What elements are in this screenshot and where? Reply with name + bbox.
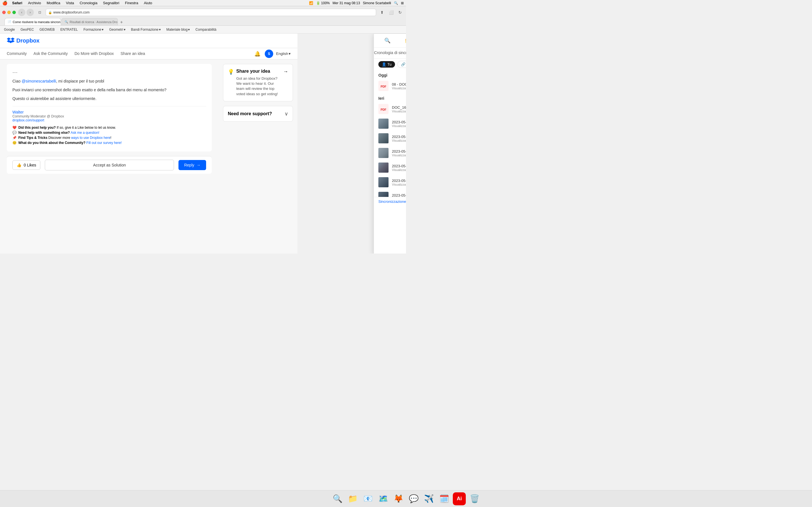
- accept-solution-button[interactable]: Accept as Solution: [45, 160, 174, 170]
- nav-share[interactable]: Share an idea: [120, 49, 145, 59]
- language-arrow: ▾: [289, 52, 291, 56]
- bookmark-bandi[interactable]: Bandi Formazione ▾: [130, 27, 162, 32]
- reload-button[interactable]: ↻: [396, 9, 404, 16]
- dropbox-header: Dropbox: [0, 34, 297, 48]
- panel-folder-button[interactable]: 📁: [403, 36, 406, 45]
- pdf-icon: PDF: [379, 81, 388, 91]
- tab-cronologia[interactable]: Cronologia di sincronizzazione: [374, 48, 406, 58]
- filter-condivisi[interactable]: 🔗 Condivisi: [397, 61, 406, 68]
- mention-link[interactable]: @simonescartabelli: [22, 79, 56, 83]
- minimize-button[interactable]: [7, 11, 11, 14]
- list-item[interactable]: 2023-05-03 13.07.19.jpg Visualizzato 9 o…: [374, 131, 406, 146]
- menubar-edit[interactable]: Modifica: [45, 1, 61, 5]
- browser-chrome: ‹ › ⊡ 🔒 www.dropboxforum.com ⬆ ⬜ ↻ 📄 Com…: [0, 6, 406, 25]
- dropbox-sync-panel: 🔍 📁 🌐 🔔 👤 Cronologia di sincronizzazione…: [373, 34, 406, 253]
- dropbox-logo[interactable]: Dropbox: [7, 38, 40, 44]
- nav-community[interactable]: Community: [7, 49, 27, 59]
- tab-label-2: Risultati di ricerca · Assistenza Dropbo…: [70, 20, 118, 24]
- notification-bell[interactable]: 🔔: [253, 49, 262, 58]
- file-info-4: 2023-05-03 13.07.19.jpg Visualizzato 9 o…: [392, 135, 406, 142]
- chevron-icon: ▾: [124, 27, 125, 32]
- dropbox-icon: [7, 38, 15, 44]
- ask-link[interactable]: Ask me a question!: [70, 131, 100, 135]
- share-button[interactable]: ⬆: [378, 9, 386, 16]
- menubar-history[interactable]: Cronologia: [79, 1, 98, 5]
- svg-marker-0: [7, 38, 11, 40]
- like-button[interactable]: 👍 0 Likes: [12, 160, 40, 170]
- bookmark-google[interactable]: Google: [2, 27, 17, 32]
- lock-icon: 🔒: [48, 11, 52, 14]
- main-content: --- Ciao @simonescartabelli, mi dispiace…: [0, 59, 218, 253]
- list-item[interactable]: 2023-05-03 13.07.04.jpg Visualizzato 9 o…: [374, 146, 406, 160]
- author-link[interactable]: dropbox.com/support: [12, 118, 206, 122]
- file-meta-7: Visualizzato 9 ore fa · Foto: [392, 183, 406, 186]
- menubar-bookmarks[interactable]: Segnalibri: [102, 1, 120, 5]
- list-item[interactable]: PDF DOC_1625989709.pdf Visualizzato 9 or…: [374, 102, 406, 116]
- close-button[interactable]: [2, 11, 6, 14]
- user-avatar[interactable]: S: [265, 50, 273, 58]
- menubar-control-center[interactable]: ⊞: [401, 1, 404, 5]
- apple-menu[interactable]: 🍎: [2, 1, 8, 6]
- bookmark-geometri[interactable]: Geometri ▾: [107, 27, 127, 32]
- tips-link[interactable]: ways to use Dropbox here: [71, 136, 110, 140]
- file-name-2: DOC_1625989709.pdf: [392, 105, 406, 110]
- community-nav: Community Ask the Community Do More with…: [0, 48, 297, 59]
- list-item[interactable]: 2023-05-03 10.37.40.jpg Visualizzato 9 o…: [374, 175, 406, 189]
- author-name[interactable]: Walter: [12, 110, 206, 114]
- reply-label: Reply: [184, 163, 194, 167]
- idea-arrow-icon[interactable]: →: [283, 69, 288, 75]
- back-button[interactable]: ‹: [18, 9, 26, 16]
- tabs-bar: 📄 Come risolvere la mancata sincronizzaz…: [2, 17, 404, 25]
- pdf-file-icon: PDF: [378, 81, 389, 91]
- tab-inactive[interactable]: 🔍 Risultati di ricerca · Assistenza Drop…: [61, 18, 118, 25]
- sync-bar[interactable]: Sincronizzazione di 721 file ▾: [374, 197, 406, 206]
- menubar-app-name[interactable]: Safari: [11, 1, 23, 5]
- main-area: Dropbox Community Ask the Community Do M…: [0, 34, 406, 253]
- chat-icon: 💬: [12, 131, 17, 135]
- tab-active[interactable]: 📄 Come risolvere la mancata sincronizzaz…: [4, 18, 61, 25]
- bookmark-materiale[interactable]: Materiale blog ▾: [165, 27, 192, 32]
- heart-icon: ❤️: [12, 126, 17, 129]
- filter-tu[interactable]: 👤 Tu: [378, 61, 395, 68]
- accept-label: Accept as Solution: [93, 163, 126, 167]
- pdf-icon-2: PDF: [379, 105, 388, 114]
- menubar-help[interactable]: Aiuto: [143, 1, 153, 5]
- bookmark-formazione[interactable]: Formazione ▾: [82, 27, 105, 32]
- post-text-3: Questo ci aiuterebbe ad assistere ulteri…: [12, 96, 206, 102]
- pdf-file-icon-2: PDF: [378, 104, 389, 114]
- nav-do-more[interactable]: Do More with Dropbox: [74, 49, 114, 59]
- panel-search-button[interactable]: 🔍: [383, 36, 392, 45]
- nav-ask[interactable]: Ask the Community: [34, 49, 68, 59]
- bookmark-entratel[interactable]: ENTRATEL: [59, 27, 80, 32]
- file-info-5: 2023-05-03 13.07.04.jpg Visualizzato 9 o…: [392, 149, 406, 157]
- reply-button[interactable]: Reply →: [179, 160, 206, 170]
- list-item[interactable]: 2023-05-03 10.36.47.jpg Visualizzato 9 o…: [374, 189, 406, 197]
- language-dropdown[interactable]: English ▾: [276, 52, 291, 56]
- list-item[interactable]: PDF 08 - DOCUMENTO061543.pdf Visualizzat…: [374, 78, 406, 93]
- tab-view-button[interactable]: ⊡: [36, 9, 43, 16]
- file-name-5: 2023-05-03 13.07.04.jpg: [392, 149, 406, 154]
- forward-button[interactable]: ›: [27, 9, 34, 16]
- new-tab-button[interactable]: +: [118, 19, 124, 25]
- jpg-thumb-6: [378, 192, 389, 197]
- file-meta-5: Visualizzato 9 ore fa · Foto: [392, 154, 406, 157]
- menubar-file[interactable]: Archivio: [27, 1, 42, 5]
- jpg-thumb-5: [378, 177, 389, 187]
- list-item[interactable]: 2023-05-03 10.36.51.jpg Visualizzato 9 o…: [374, 160, 406, 175]
- menubar-search-icon[interactable]: 🔍: [394, 1, 398, 5]
- footer-survey: What do you think about the Community? F…: [18, 141, 122, 145]
- address-bar[interactable]: 🔒 www.dropboxforum.com: [46, 9, 376, 16]
- fullscreen-button[interactable]: [12, 11, 16, 14]
- list-item[interactable]: 2023-05-03 13.07.24.jpg Visualizzato 9 o…: [374, 116, 406, 131]
- bookmark-geoweb[interactable]: GEOWEB: [38, 27, 56, 32]
- menubar-window[interactable]: Finestra: [124, 1, 139, 5]
- support-card[interactable]: Need more support? ∨: [223, 106, 293, 122]
- menubar-view[interactable]: Vista: [65, 1, 75, 5]
- add-tab-button[interactable]: ⬜: [388, 9, 395, 16]
- tab-cronologia-label: Cronologia di sincronizzazione: [374, 50, 406, 55]
- bookmark-geopec[interactable]: GeoPEC: [19, 27, 36, 32]
- pin-icon: 📌: [12, 136, 17, 140]
- survey-link[interactable]: Fill out our survey here!: [86, 141, 122, 145]
- bookmark-comparabilita[interactable]: Comparabilità: [194, 27, 218, 32]
- tab-favicon: 📄: [8, 20, 11, 23]
